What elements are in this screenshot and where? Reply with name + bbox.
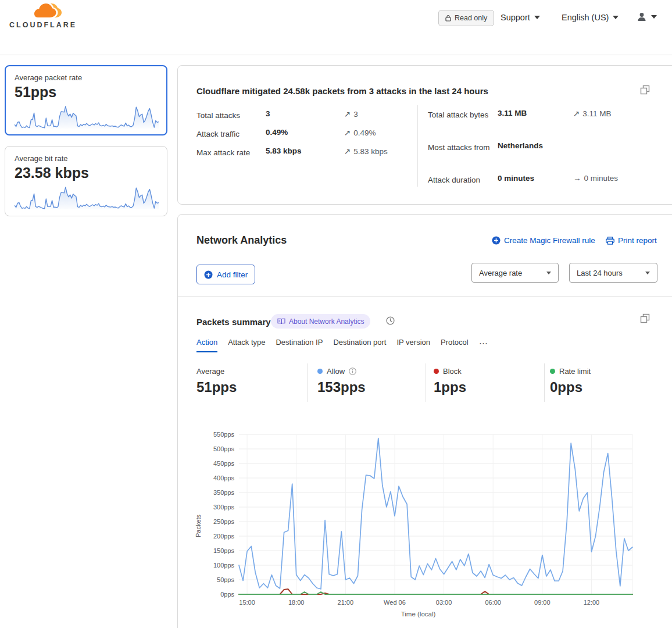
svg-text:500pps: 500pps	[213, 445, 235, 452]
summary-column-divider	[417, 105, 418, 187]
dimension-tabs: Action Attack type Destination IP Destin…	[196, 338, 488, 352]
packet-rate-sparkline	[15, 103, 159, 131]
legend-stat-allow: Allow 153pps	[317, 367, 366, 395]
top-header: CLOUDFLARE Read only Support English (US…	[0, 0, 672, 35]
popout-icon[interactable]	[640, 313, 650, 323]
rate-limit-dot-icon	[550, 369, 555, 374]
block-dot-icon	[434, 369, 439, 374]
svg-text:200pps: 200pps	[213, 533, 235, 540]
clock-icon[interactable]	[386, 316, 395, 325]
allow-dot-icon	[317, 369, 323, 374]
svg-text:Wed 06: Wed 06	[384, 599, 406, 606]
chevron-down-icon	[613, 16, 619, 19]
section-title: Network Analytics	[196, 234, 287, 247]
more-tabs-icon[interactable]: ⋯	[479, 338, 488, 352]
network-analytics-card: Network Analytics Create Magic Firewall …	[177, 214, 672, 628]
create-magic-firewall-rule-link[interactable]: Create Magic Firewall rule	[492, 236, 595, 245]
add-filter-button[interactable]: Add filter	[196, 265, 255, 284]
svg-text:550pps: 550pps	[213, 431, 235, 438]
stat-change: ↗0.49%	[344, 128, 376, 137]
legend-value: 51pps	[196, 379, 237, 395]
stat-change-value: 0 minutes	[584, 174, 619, 183]
stat-change: ↗3	[344, 109, 358, 119]
stat-label: Total attacks	[196, 109, 240, 122]
metric-select-value: Average rate	[479, 269, 522, 277]
popout-icon[interactable]	[640, 85, 650, 95]
metric-value: 51pps	[15, 84, 158, 101]
svg-text:250pps: 250pps	[213, 518, 235, 525]
stat-label: Most attacks from	[428, 141, 492, 154]
legend-value: 1pps	[434, 379, 466, 395]
arrow-right-icon: →	[573, 174, 581, 183]
tab-action[interactable]: Action	[196, 338, 217, 352]
svg-text:03:00: 03:00	[436, 599, 452, 606]
about-network-analytics-badge[interactable]: About Network Analytics	[271, 314, 370, 329]
chart-axis-labels: 0pps50pps100pps150pps200pps250pps300pps3…	[195, 431, 599, 618]
support-label: Support	[501, 13, 530, 22]
tab-destination-port[interactable]: Destination port	[333, 338, 386, 352]
cloudflare-logo[interactable]: CLOUDFLARE	[9, 3, 74, 29]
stat-change-value: 3.11 MB	[582, 109, 611, 118]
trend-up-icon: ↗	[344, 109, 351, 119]
metric-value: 23.58 kbps	[15, 165, 158, 181]
legend-label: Allow	[327, 367, 345, 376]
print-report-link[interactable]: Print report	[606, 236, 657, 245]
time-range-select[interactable]: Last 24 hours	[569, 263, 657, 283]
legend-label: Rate limit	[559, 367, 591, 376]
section-divider	[178, 296, 672, 297]
svg-text:350pps: 350pps	[213, 489, 235, 496]
trend-up-icon: ↗	[573, 109, 580, 118]
packets-timeseries-chart: 0pps50pps100pps150pps200pps250pps300pps3…	[192, 430, 634, 622]
time-range-value: Last 24 hours	[577, 269, 623, 277]
tab-protocol[interactable]: Protocol	[441, 338, 469, 352]
svg-text:450pps: 450pps	[213, 460, 235, 467]
metric-card-bit-rate[interactable]: Average bit rate 23.58 kbps	[5, 146, 167, 216]
info-icon[interactable]	[349, 367, 356, 375]
stat-value: 3	[266, 109, 270, 118]
stat-change: ↗5.83 kbps	[344, 147, 388, 156]
legend-label: Average	[196, 367, 224, 376]
svg-text:300pps: 300pps	[213, 504, 235, 511]
svg-text:09:00: 09:00	[534, 599, 551, 606]
tab-attack-type[interactable]: Attack type	[228, 338, 265, 352]
metric-select[interactable]: Average rate	[471, 263, 559, 283]
series-block	[239, 589, 632, 594]
read-only-badge: Read only	[438, 10, 494, 26]
stat-change-value: 5.83 kbps	[353, 147, 388, 156]
legend-value: 153pps	[317, 379, 366, 395]
svg-text:400pps: 400pps	[213, 474, 235, 481]
svg-text:06:00: 06:00	[485, 599, 501, 606]
bit-rate-sparkline	[15, 184, 159, 212]
svg-text:21:00: 21:00	[338, 599, 354, 606]
metric-card-packet-rate[interactable]: Average packet rate 51pps	[5, 65, 167, 135]
chevron-down-icon	[546, 272, 551, 274]
metric-label: Average packet rate	[15, 73, 158, 82]
header-divider	[0, 55, 672, 55]
tab-destination-ip[interactable]: Destination IP	[276, 338, 323, 352]
stat-label: Attack traffic	[196, 128, 240, 141]
printer-icon	[606, 237, 614, 245]
y-axis-title: Packets	[195, 514, 202, 537]
svg-text:18:00: 18:00	[288, 599, 305, 606]
x-axis-title: Time (local)	[401, 611, 436, 618]
metric-label: Average bit rate	[15, 154, 158, 163]
svg-text:100pps: 100pps	[213, 562, 235, 569]
cloudflare-cloud-icon	[33, 3, 64, 20]
user-menu[interactable]	[637, 12, 657, 22]
stat-value: 0 minutes	[498, 174, 534, 183]
legend-divider	[426, 363, 426, 402]
support-menu[interactable]: Support	[501, 13, 540, 22]
stat-value: 0.49%	[266, 128, 288, 137]
legend-divider	[307, 363, 308, 402]
stat-value: 3.11 MB	[498, 109, 527, 117]
plus-circle-icon	[492, 236, 501, 245]
language-label: English (US)	[562, 13, 609, 22]
svg-text:15:00: 15:00	[239, 599, 255, 606]
language-menu[interactable]: English (US)	[562, 13, 619, 22]
svg-text:50pps: 50pps	[217, 576, 234, 583]
series-rate-limit	[239, 592, 632, 594]
tab-ip-version[interactable]: IP version	[396, 338, 430, 352]
stat-label: Max attack rate	[196, 147, 250, 159]
svg-text:12:00: 12:00	[584, 599, 600, 606]
packets-summary-title: Packets summary	[196, 317, 271, 327]
